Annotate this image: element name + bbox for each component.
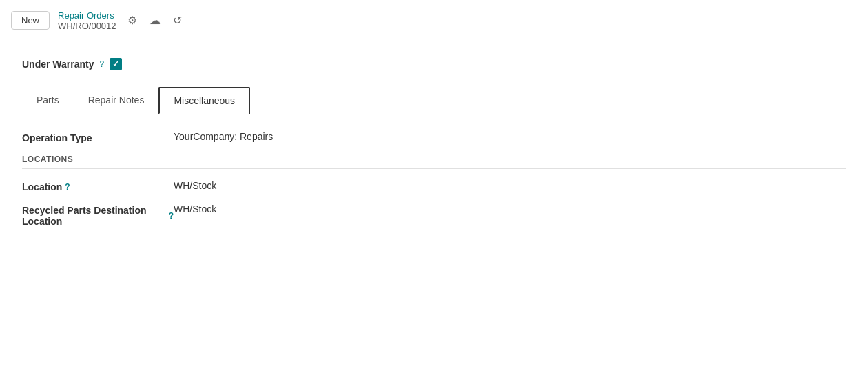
tab-parts[interactable]: Parts bbox=[22, 87, 74, 114]
top-bar-icons: ⚙ ☁ ↺ bbox=[125, 12, 185, 28]
warranty-row: Under Warranty ? bbox=[22, 58, 846, 70]
gear-icon[interactable]: ⚙ bbox=[125, 12, 140, 28]
recycled-parts-row: Recycled Parts Destination Location ? WH… bbox=[22, 203, 846, 227]
tabs-container: Parts Repair Notes Miscellaneous bbox=[22, 87, 846, 114]
top-bar: New Repair Orders WH/RO/00012 ⚙ ☁ ↺ bbox=[0, 0, 868, 41]
location-help-icon[interactable]: ? bbox=[65, 182, 70, 192]
locations-section-header: LOCATIONS bbox=[22, 154, 846, 169]
cloud-icon[interactable]: ☁ bbox=[147, 12, 163, 28]
recycled-parts-label: Recycled Parts Destination Location ? bbox=[22, 203, 174, 227]
breadcrumb-section: Repair Orders WH/RO/00012 bbox=[58, 10, 116, 31]
main-content: Under Warranty ? Parts Repair Notes Misc… bbox=[0, 41, 868, 255]
warranty-label: Under Warranty bbox=[22, 59, 94, 70]
record-id: WH/RO/00012 bbox=[58, 21, 116, 31]
location-label: Location ? bbox=[22, 180, 174, 192]
refresh-icon[interactable]: ↺ bbox=[170, 12, 185, 28]
operation-type-value[interactable]: YourCompany: Repairs bbox=[174, 131, 273, 142]
warranty-help-icon[interactable]: ? bbox=[100, 59, 105, 69]
breadcrumb-link[interactable]: Repair Orders bbox=[58, 10, 116, 21]
tab-miscellaneous[interactable]: Miscellaneous bbox=[158, 87, 250, 114]
location-value[interactable]: WH/Stock bbox=[174, 180, 216, 191]
new-button[interactable]: New bbox=[11, 11, 50, 30]
recycled-parts-help-icon[interactable]: ? bbox=[169, 211, 174, 221]
operation-type-row: Operation Type YourCompany: Repairs bbox=[22, 131, 846, 143]
warranty-checkbox[interactable] bbox=[110, 58, 122, 70]
tab-repair-notes[interactable]: Repair Notes bbox=[74, 87, 159, 114]
location-row: Location ? WH/Stock bbox=[22, 180, 846, 192]
operation-type-label: Operation Type bbox=[22, 131, 174, 143]
recycled-parts-value[interactable]: WH/Stock bbox=[174, 203, 216, 215]
